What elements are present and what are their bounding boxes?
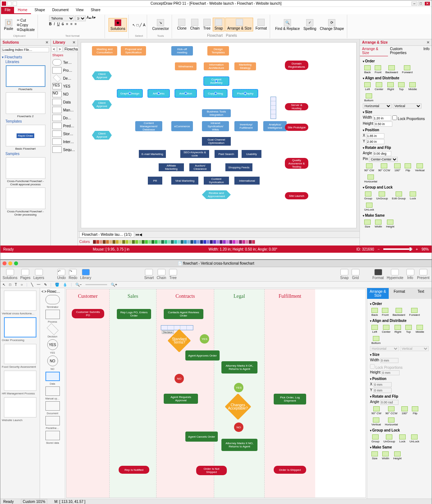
- shape-item[interactable]: Ter…: [52, 58, 77, 66]
- mac-shape-item[interactable]: [45, 416, 60, 425]
- rp-btn-bottom[interactable]: Bottom: [370, 335, 382, 345]
- zoom-out-icon[interactable]: 🔍−: [75, 283, 82, 287]
- shape-item[interactable]: YESYES: [52, 82, 77, 90]
- rp-btn-height[interactable]: Height: [392, 451, 403, 461]
- mac-height-input[interactable]: [382, 370, 400, 375]
- color-swatch[interactable]: [161, 240, 164, 244]
- menu-view[interactable]: View: [72, 7, 87, 14]
- rp-btn-backward[interactable]: Backward: [384, 65, 400, 75]
- color-swatch[interactable]: [129, 240, 132, 244]
- rp-btn-horizontal[interactable]: Horizontal: [383, 417, 399, 427]
- mac-lock-checkbox[interactable]: [370, 364, 375, 369]
- rp-btn-[interactable]: 180°: [393, 163, 402, 173]
- mac-position-hd[interactable]: Position: [370, 377, 429, 381]
- size-section-hd[interactable]: Size: [363, 110, 429, 114]
- rp-btn-[interactable]: 180°: [400, 406, 409, 416]
- bold-button[interactable]: B: [49, 22, 52, 26]
- zoom-in-icon[interactable]: 🔍+: [111, 283, 117, 287]
- rp-btn-ungroup[interactable]: UnGroup: [375, 191, 389, 201]
- mac-y-input[interactable]: [374, 388, 392, 393]
- mac-angle-input[interactable]: [380, 400, 398, 405]
- shape-item[interactable]: Data: [52, 98, 77, 106]
- node-copy[interactable]: Copywriting: [204, 89, 227, 97]
- doc-nav-prev-icon[interactable]: ◀: [139, 233, 142, 236]
- rp-btn-backward[interactable]: Backward: [391, 307, 407, 317]
- shrink-font-icon[interactable]: A▾: [92, 16, 96, 21]
- rotate-section-hd[interactable]: Rotate and Flip: [363, 146, 429, 150]
- x-input[interactable]: [366, 133, 384, 138]
- zoom-slider[interactable]: [85, 284, 107, 285]
- rp-btn-right[interactable]: Right: [393, 324, 403, 334]
- rp-btn-bottom[interactable]: Bottom: [363, 93, 375, 103]
- color-swatch[interactable]: [109, 240, 112, 244]
- mac-shape-item[interactable]: [47, 323, 58, 335]
- rp-btn-unlock[interactable]: UnLock: [363, 202, 375, 212]
- node-qa[interactable]: Quality Assurance & Testing: [285, 158, 308, 169]
- rp-btn-ccw[interactable]: 90° CCW: [377, 163, 392, 173]
- line-icon[interactable]: ╲: [31, 283, 33, 287]
- lib-nav-back[interactable]: <: [52, 47, 57, 52]
- tb-pages[interactable]: Pages: [20, 269, 30, 280]
- color-swatch[interactable]: [113, 240, 115, 244]
- rp-btn-vertical[interactable]: Vertical: [370, 417, 382, 427]
- color-swatch[interactable]: [239, 240, 242, 244]
- rp-btn-group[interactable]: Group: [370, 434, 381, 444]
- mac-shape-item[interactable]: [45, 431, 60, 440]
- rp-btn-size[interactable]: Size: [363, 219, 372, 229]
- node-approves[interactable]: Agent Approves Order: [185, 350, 220, 361]
- rp-btn-front[interactable]: Front: [380, 307, 390, 317]
- pin-select[interactable]: Center-Center: [369, 157, 398, 162]
- node-art[interactable]: ArtWorks: [148, 89, 169, 97]
- pointer-tool-icon[interactable]: ↖: [132, 23, 135, 27]
- color-swatch[interactable]: [252, 240, 255, 244]
- node-proto[interactable]: Site Prototype: [285, 124, 308, 131]
- node-contacts[interactable]: Contacts Agent Reviews Order: [164, 309, 203, 319]
- color-swatch[interactable]: [194, 240, 197, 244]
- zoom-out-icon[interactable]: −: [378, 247, 380, 251]
- tb-snap[interactable]: Snap: [340, 269, 348, 280]
- tb-redo[interactable]: ↷Redo: [69, 269, 77, 280]
- ellipse-icon[interactable]: ○: [21, 283, 23, 287]
- sample-thumb-order[interactable]: Cross-Functional Flowchart - Order proce…: [6, 187, 45, 216]
- rp-btn-unlock[interactable]: UnLock: [408, 434, 421, 444]
- rpanel-tab-arrange[interactable]: Arrange & Size: [360, 46, 388, 56]
- mac-shape-item[interactable]: [45, 386, 60, 396]
- color-swatch[interactable]: [119, 240, 122, 244]
- rpanel-tab-info[interactable]: Info: [421, 46, 432, 56]
- node-intranet[interactable]: Intranet Syndication/ Wikis: [202, 121, 229, 131]
- align-center-icon[interactable]: ≡: [70, 22, 72, 26]
- color-swatch[interactable]: [96, 240, 99, 244]
- tb-layers[interactable]: Layers: [34, 269, 44, 280]
- height-input[interactable]: [374, 121, 392, 127]
- node-intl[interactable]: International: [234, 177, 260, 185]
- arrange-close-icon[interactable]: ✕: [427, 40, 429, 44]
- node-wireframes[interactable]: Wireframes: [175, 62, 197, 70]
- spelling-button[interactable]: ✓Spelling: [302, 18, 318, 31]
- shape-item[interactable]: Do…: [52, 114, 77, 122]
- node-notship[interactable]: Order Is Not Shipped: [196, 466, 227, 475]
- color-swatch[interactable]: [168, 240, 171, 244]
- mini-tool-icon[interactable]: [271, 114, 276, 119]
- rp-btn-center[interactable]: Center: [373, 81, 385, 92]
- rp-btn-forward[interactable]: Forward: [408, 307, 421, 317]
- close-button[interactable]: ✕: [424, 1, 430, 6]
- node-proposal[interactable]: Proposal and Specification: [121, 46, 146, 56]
- color-swatch[interactable]: [151, 240, 154, 244]
- duplicate-button[interactable]: ⧉ Duplicate: [16, 27, 36, 32]
- chain-button[interactable]: Chain: [189, 18, 201, 31]
- rect-icon[interactable]: □: [9, 283, 11, 287]
- color-swatch[interactable]: [100, 240, 102, 244]
- shape-item[interactable]: Inter…: [52, 138, 77, 146]
- rp-btn-center[interactable]: Center: [380, 324, 392, 334]
- color-swatch[interactable]: [145, 240, 148, 244]
- mini-tool-icon[interactable]: [271, 106, 276, 110]
- mac-group-hd[interactable]: Group and Lock: [370, 428, 429, 432]
- tb-present[interactable]: Present: [417, 269, 429, 280]
- zoom-slider[interactable]: [383, 248, 412, 250]
- node-req[interactable]: Agent Requests Approval: [164, 394, 198, 404]
- color-swatch[interactable]: [190, 240, 193, 244]
- rp-btn-front[interactable]: Front: [373, 65, 383, 75]
- line-tool-icon[interactable]: ╱: [140, 23, 142, 27]
- pointer-icon[interactable]: ↖: [3, 283, 5, 287]
- lib-thumb-flowcharts2[interactable]: Flowcharts 2: [6, 92, 45, 118]
